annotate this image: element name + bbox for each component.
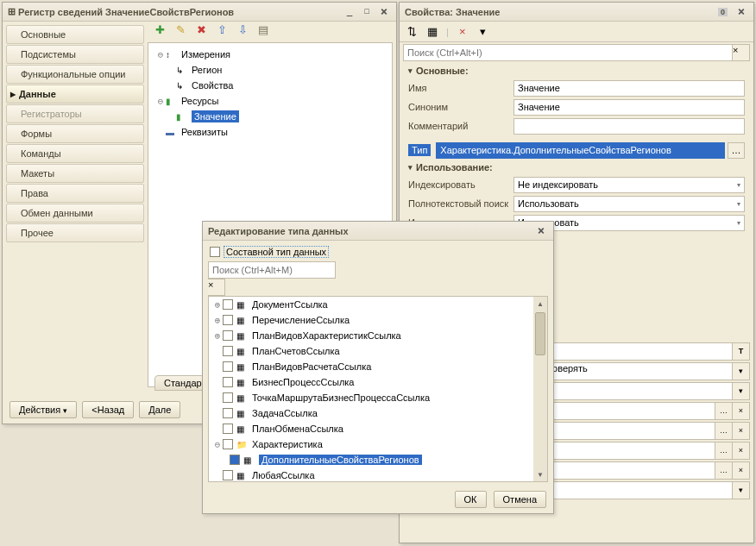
stub-row[interactable]: ▾ [543, 481, 750, 499]
sidebar-item-commands[interactable]: Команды [6, 144, 144, 163]
sidebar-item-data[interactable]: Данные [6, 85, 144, 104]
properties-title: Свойства: Значение [405, 7, 500, 17]
type-item[interactable]: ▦ПланСчетовСсылка [209, 343, 547, 359]
tree-item-region[interactable]: ↳Регион [148, 62, 392, 78]
search-clear-icon[interactable]: × [733, 44, 750, 61]
type-group-characteristic[interactable]: ⊖📁Характеристика [209, 436, 547, 452]
type-dialog-title: Редактирование типа данных [208, 226, 349, 236]
type-item[interactable]: ▦ТочкаМаршрутаБизнесПроцессаСсылка [209, 390, 547, 405]
moveup-icon[interactable]: ⇧ [215, 23, 229, 37]
tree-group-resources[interactable]: ⊖▮Ресурсы [148, 93, 392, 109]
properties-search-input[interactable] [403, 44, 733, 61]
type-search-input[interactable] [208, 261, 336, 279]
prop-index[interactable]: Не индексировать [513, 177, 745, 193]
stub-row[interactable]: роверять▾ [543, 362, 750, 380]
stub-row[interactable]: …× [543, 461, 750, 480]
stub-row[interactable]: T [543, 342, 750, 361]
scroll-down-icon: ▼ [533, 468, 547, 481]
type-item[interactable]: ⊕▦ПеречислениеСсылка [209, 312, 547, 328]
register-titlebar: ⊞ Регистр сведений ЗначениеСвойствРегион… [3, 3, 396, 22]
tree-item-properties[interactable]: ↳Свойства [148, 78, 392, 93]
type-item[interactable]: ▦БизнесПроцессСсылка [209, 374, 547, 390]
badge: 0 [718, 8, 728, 16]
sort-icon[interactable]: ⇅ [405, 25, 419, 39]
tree-group-attributes[interactable]: ▬Реквизиты [148, 124, 392, 140]
back-button[interactable]: <Назад [82, 401, 134, 418]
register-title: Регистр сведений ЗначениеСвойствРегионов [18, 7, 234, 17]
minimize-icon[interactable] [343, 5, 356, 19]
type-item[interactable]: ▦ЛюбаяСсылка [209, 468, 547, 482]
prop-name[interactable]: Значение [513, 80, 745, 97]
tree-toolbar: ✚ ✎ ✖ ⇧ ⇩ ▤ [148, 22, 396, 39]
add-icon[interactable]: ✚ [153, 23, 167, 37]
dropdown-icon[interactable]: ▾ [476, 25, 490, 39]
scrollbar[interactable]: ▲ ▼ [533, 297, 547, 481]
type-item[interactable]: ▦ПланВидовРасчетаСсылка [209, 359, 547, 374]
edit-icon[interactable]: ✎ [173, 23, 187, 37]
sidebar-item-exchange[interactable]: Обмен данными [6, 204, 144, 223]
sidebar-item-other[interactable]: Прочее [6, 223, 144, 242]
properties-titlebar: Свойства: Значение 0 [400, 3, 753, 22]
next-button[interactable]: Дале [139, 401, 180, 418]
prop-fulltext[interactable]: Использовать [513, 196, 745, 212]
sidebar-item-subsystems[interactable]: Подсистемы [6, 45, 144, 64]
ok-button[interactable]: ОК [455, 491, 487, 508]
sidebar-item-registrators: Регистраторы [6, 104, 144, 123]
sidebar-item-main[interactable]: Основные [6, 25, 144, 44]
type-dialog-titlebar: Редактирование типа данных [203, 222, 553, 241]
type-item[interactable]: ⊕▦ДокументСсылка [209, 297, 547, 312]
tree-item-value[interactable]: ▮Значение [148, 109, 392, 124]
sidebar-item-funcopts[interactable]: Функциональные опции [6, 65, 144, 84]
filter-icon[interactable]: ▦ [425, 25, 439, 39]
prop-type[interactable]: Характеристика.ДополнительныеСвойстваРег… [436, 142, 725, 159]
delete-icon[interactable]: ✖ [194, 23, 208, 37]
sidebar-item-forms[interactable]: Формы [6, 124, 144, 143]
type-item[interactable]: ▦ПланОбменаСсылка [209, 421, 547, 436]
tree-group-dimensions[interactable]: ⊖↕Измерения [148, 47, 392, 62]
type-search-clear-icon[interactable]: × [208, 279, 225, 296]
actions-button[interactable]: Действия ▾ [9, 401, 77, 418]
type-item-selected[interactable]: ▦ДополнительныеСвойстваРегионов [209, 452, 547, 468]
maximize-icon[interactable] [360, 5, 374, 19]
type-item[interactable]: ▦ЗадачаСсылка [209, 405, 547, 421]
clear-icon[interactable]: × [456, 25, 469, 39]
stub-row[interactable]: …× [543, 422, 750, 440]
scroll-up-icon: ▲ [533, 297, 547, 311]
type-ellipsis-button[interactable]: … [728, 142, 745, 159]
composite-type-checkbox[interactable]: Составной тип данных [210, 246, 548, 258]
stub-row[interactable]: …× [543, 402, 750, 420]
sidebar: Основные Подсистемы Функциональные опции… [3, 22, 148, 391]
close-icon[interactable] [377, 5, 391, 19]
type-dialog-close-icon[interactable] [534, 224, 548, 238]
scroll-thumb [535, 312, 545, 355]
sidebar-item-rights[interactable]: Права [6, 184, 144, 203]
type-item[interactable]: ⊕▦ПланВидовХарактеристикСсылка [209, 328, 547, 343]
type-dialog: Редактирование типа данных Составной тип… [202, 221, 554, 514]
section-usage[interactable]: Использование: [400, 160, 753, 175]
prop-type-label: Тип [408, 144, 431, 156]
type-list: ⊕▦ДокументСсылка ⊕▦ПеречислениеСсылка ⊕▦… [208, 296, 548, 482]
sidebar-item-layouts[interactable]: Макеты [6, 164, 144, 183]
properties-close-icon[interactable] [734, 5, 748, 19]
stub-row[interactable]: ▾ [543, 382, 750, 400]
list-icon[interactable]: ▤ [256, 23, 270, 37]
section-main[interactable]: Основные: [400, 63, 753, 78]
prop-comment[interactable] [513, 118, 745, 135]
stub-row[interactable]: …× [543, 442, 750, 460]
prop-synonym[interactable]: Значение [513, 99, 745, 116]
movedown-icon[interactable]: ⇩ [236, 23, 249, 37]
cancel-button[interactable]: Отмена [494, 491, 546, 508]
